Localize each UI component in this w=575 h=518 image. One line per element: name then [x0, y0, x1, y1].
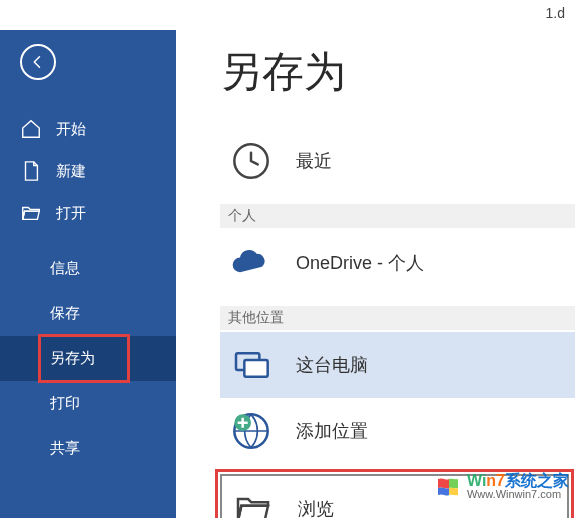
location-this-pc-label: 这台电脑 [296, 353, 368, 377]
nav-share-label: 共享 [50, 439, 80, 458]
nav-home-label: 开始 [56, 120, 86, 139]
location-onedrive[interactable]: OneDrive - 个人 [220, 230, 575, 296]
title-bar: 1.d [0, 0, 575, 30]
nav-new-label: 新建 [56, 162, 86, 181]
nav-save-as[interactable]: 另存为 [0, 336, 176, 381]
nav-open-label: 打开 [56, 204, 86, 223]
watermark: Wi n7 系统之家 Www.Winwin7.com [433, 473, 569, 500]
location-recent-label: 最近 [296, 149, 332, 173]
watermark-brand1: Wi [467, 473, 486, 489]
page-title: 另存为 [220, 44, 575, 100]
nav-info-label: 信息 [50, 259, 80, 278]
nav-share[interactable]: 共享 [0, 426, 176, 471]
location-this-pc[interactable]: 这台电脑 [220, 332, 575, 398]
location-onedrive-label: OneDrive - 个人 [296, 251, 424, 275]
section-other: 其他位置 [220, 306, 575, 330]
arrow-left-icon [29, 53, 47, 71]
document-icon [20, 160, 42, 182]
home-icon [20, 118, 42, 140]
svg-rect-2 [244, 360, 267, 377]
windows-flag-icon [433, 475, 463, 499]
nav-print[interactable]: 打印 [0, 381, 176, 426]
location-add-place[interactable]: 添加位置 [220, 398, 575, 464]
back-button[interactable] [20, 44, 56, 80]
nav-save[interactable]: 保存 [0, 291, 176, 336]
section-personal: 个人 [220, 204, 575, 228]
location-add-place-label: 添加位置 [296, 419, 368, 443]
location-browse-label: 浏览 [298, 497, 334, 518]
cloud-icon [228, 240, 274, 286]
nav-open[interactable]: 打开 [0, 192, 176, 234]
nav-save-label: 保存 [50, 304, 80, 323]
nav-print-label: 打印 [50, 394, 80, 413]
add-place-icon [228, 408, 274, 454]
clock-icon [228, 138, 274, 184]
watermark-url: Www.Winwin7.com [467, 489, 569, 500]
nav-new[interactable]: 新建 [0, 150, 176, 192]
watermark-brand2: n7 [486, 473, 505, 489]
location-recent[interactable]: 最近 [220, 128, 575, 194]
pc-icon [228, 342, 274, 388]
main-panel: 另存为 最近 个人 OneDrive - 个人 其他位置 这台电脑 添加位置 浏… [176, 0, 575, 518]
nav-info[interactable]: 信息 [0, 246, 176, 291]
filename: 1.d [546, 5, 565, 21]
nav-save-as-label: 另存为 [50, 349, 95, 368]
watermark-brand3: 系统之家 [505, 473, 569, 489]
folder-icon [230, 486, 276, 518]
nav-home[interactable]: 开始 [0, 108, 176, 150]
folder-open-icon [20, 202, 42, 224]
backstage-sidebar: 开始 新建 打开 信息 保存 另存为 打印 共享 [0, 0, 176, 518]
